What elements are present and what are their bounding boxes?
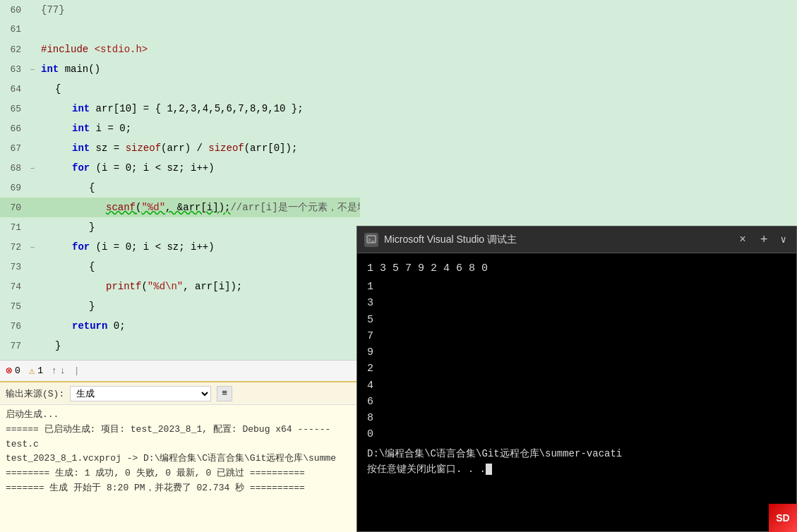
error-count: 0 [15, 365, 20, 376]
code-line-65: 65 int arr[10] = { 1,2,3,4,5,6,7,8,9,10 … [0, 99, 360, 119]
code-line-63: 63 − int main() [0, 59, 360, 79]
output-line-6: ======= 生成 开始于 8:20 PM，并花费了 02.734 秒 ===… [6, 481, 354, 496]
code-line-74: 74 printf("%d\n", arr[i]); [0, 277, 360, 296]
terminal-prompt-text: 按任意键关闭此窗口. . . [367, 464, 486, 475]
terminal-dropdown-button[interactable]: ∨ [778, 234, 789, 246]
output-panel: 输出来源(S): 生成 ≡ 启动生成... ====== 已启动生成: 项目: … [0, 381, 360, 532]
code-line-71: 71 } [0, 217, 360, 237]
code-line-67: 67 int sz = sizeof(arr) / sizeof(arr[0])… [0, 138, 360, 158]
output-line-4: test_2023_8_1.vcxproj -> D:\编程合集\C语言合集\G… [6, 452, 354, 466]
terminal-app-icon [364, 233, 378, 247]
terminal-num-1: 1 [367, 279, 786, 295]
code-line-70: 70 scanf("%d", &arr[i]);//arr[i]是一个元素，不是… [0, 198, 360, 217]
output-line-3: test.c [6, 437, 354, 452]
code-line-61: 61 [0, 20, 360, 40]
output-icon-btn[interactable]: ≡ [217, 386, 232, 401]
code-line-75: 75 } [0, 296, 360, 316]
code-line-62: 62 #include <stdio.h> [0, 40, 360, 59]
warning-icon: ⚠ [29, 365, 35, 377]
code-editor: 60 {77} 61 62 #include <stdio.h> 63 − in… [0, 0, 360, 360]
code-line-76: 76 return 0; [0, 316, 360, 336]
terminal-add-tab-button[interactable]: + [756, 233, 772, 247]
output-header: 输出来源(S): 生成 ≡ [0, 382, 360, 405]
terminal-single-numbers: 1 3 5 7 9 2 4 6 8 0 [367, 279, 786, 443]
code-line-68: 68 − for (i = 0; i < sz; i++) [0, 158, 360, 178]
code-line-73: 73 { [0, 257, 360, 277]
terminal-close-button[interactable]: × [735, 232, 750, 248]
output-source-select[interactable]: 生成 [70, 386, 211, 401]
terminal-num-4: 4 [367, 377, 786, 394]
warning-count: 1 [37, 365, 43, 376]
terminal-title-bar: Microsoft Visual Studio 调试主 × + ∨ [357, 226, 796, 253]
terminal-num-5: 5 [367, 312, 786, 328]
terminal-prompt: 按任意键关闭此窗口. . . [367, 461, 786, 477]
arrow-down[interactable]: ↓ [60, 365, 66, 376]
error-status: ⊗ 0 [6, 364, 20, 377]
output-content: 启动生成... ====== 已启动生成: 项目: test_2023_8_1,… [0, 405, 360, 499]
terminal-title: Microsoft Visual Studio 调试主 [384, 234, 729, 246]
output-line-2: ====== 已启动生成: 项目: test_2023_8_1, 配置: Deb… [6, 423, 354, 437]
code-line-77: 77 } [0, 336, 360, 356]
code-line-69: 69 { [0, 178, 360, 198]
terminal-body: 1 3 5 7 9 2 4 6 8 0 1 3 5 7 9 2 4 6 8 0 … [357, 253, 796, 531]
output-line-1: 启动生成... [6, 408, 354, 423]
watermark-text: SD [776, 512, 789, 524]
output-source-label: 输出来源(S): [6, 387, 64, 400]
code-line-66: 66 int i = 0; [0, 119, 360, 138]
code-line-64: 64 { [0, 79, 360, 99]
scroll-indicator: | [74, 365, 80, 376]
watermark: SD [769, 504, 797, 532]
warning-status: ⚠ 1 [29, 365, 43, 377]
terminal-path: D:\编程合集\C语言合集\Git远程仓库\summer-vacati [367, 446, 786, 461]
status-bar: ⊗ 0 ⚠ 1 ↑ ↓ | [0, 360, 360, 381]
terminal-num-0: 0 [367, 426, 786, 442]
terminal-num-6: 6 [367, 394, 786, 410]
error-icon: ⊗ [6, 364, 12, 377]
terminal-cursor [486, 464, 492, 475]
arrow-up[interactable]: ↑ [52, 365, 57, 376]
terminal-window: Microsoft Visual Studio 调试主 × + ∨ 1 3 5 … [356, 226, 797, 532]
output-line-5: ======== 生成: 1 成功, 0 失败, 0 最新, 0 已跳过 ===… [6, 466, 354, 481]
terminal-num-8: 8 [367, 410, 786, 426]
terminal-num-9: 9 [367, 344, 786, 361]
nav-arrows: ↑ ↓ [52, 365, 66, 376]
terminal-num-2: 2 [367, 361, 786, 377]
terminal-num-7: 7 [367, 328, 786, 344]
code-line-72: 72 − for (i = 0; i < sz; i++) [0, 237, 360, 257]
terminal-numbers-row: 1 3 5 7 9 2 4 6 8 0 [367, 260, 786, 277]
terminal-num-3: 3 [367, 295, 786, 311]
code-line-60: 60 {77} [0, 0, 360, 20]
